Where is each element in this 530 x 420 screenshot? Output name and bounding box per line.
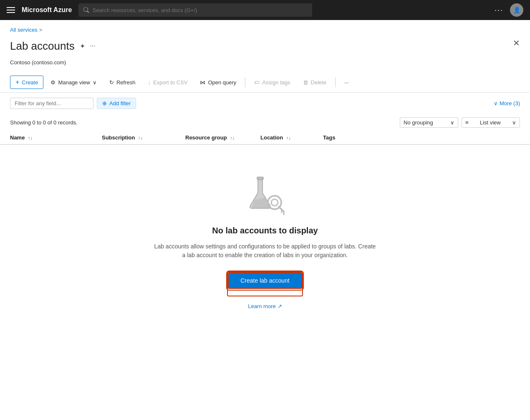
- learn-more-link[interactable]: Learn more ↗: [248, 303, 282, 309]
- breadcrumb-all-services[interactable]: All services: [10, 27, 38, 33]
- create-button[interactable]: + Create: [10, 76, 43, 89]
- col-header-subscription[interactable]: Subscription ↑↓: [102, 134, 185, 141]
- subscription-sort-icon: ↑↓: [138, 135, 143, 140]
- page-title: Lab accounts: [10, 40, 75, 53]
- avatar[interactable]: 👤: [510, 3, 523, 17]
- search-icon: [83, 7, 89, 13]
- header-more-dots[interactable]: ···: [90, 42, 96, 50]
- filter-icon: ⊕: [102, 100, 107, 106]
- view-controls: No grouping ∨ ≡ List view ∨: [400, 117, 520, 128]
- more-filters-button[interactable]: ∨ More (3): [494, 100, 520, 106]
- delete-icon: 🗑: [303, 79, 308, 86]
- refresh-label: Refresh: [116, 79, 136, 86]
- refresh-button[interactable]: ↻ Refresh: [104, 76, 141, 89]
- records-row: Showing 0 to 0 of 0 records. No grouping…: [0, 114, 530, 131]
- toolbar-divider: [245, 77, 245, 87]
- view-label: List view: [480, 119, 501, 126]
- add-filter-button[interactable]: ⊕ Add filter: [97, 98, 136, 109]
- delete-button[interactable]: 🗑 Delete: [298, 76, 332, 89]
- more-filters-label: More (3): [500, 100, 520, 106]
- query-icon: ⋈: [200, 79, 205, 86]
- assign-tags-label: Assign tags: [262, 79, 290, 86]
- external-link-icon: ↗: [278, 303, 282, 309]
- header-action-icons: ✦ ···: [80, 42, 96, 50]
- more-chevron-icon: ∨: [494, 100, 500, 106]
- location-sort-icon: ↑↓: [286, 135, 291, 140]
- grouping-chevron-icon: ∨: [450, 119, 454, 126]
- tag-icon: 🏷: [254, 79, 260, 86]
- toolbar-divider-2: [335, 77, 336, 87]
- page-header: Lab accounts ✦ ··· ✕: [0, 36, 530, 59]
- toolbar-more-dots: ···: [344, 79, 349, 86]
- list-icon: ≡: [465, 119, 469, 126]
- open-query-button[interactable]: ⋈ Open query: [194, 76, 242, 89]
- gear-icon: ⚙: [50, 79, 56, 86]
- hamburger-menu[interactable]: [7, 7, 15, 13]
- name-sort-icon: ↑↓: [28, 135, 33, 140]
- add-filter-label: Add filter: [109, 100, 131, 106]
- empty-state-icon: [242, 170, 288, 216]
- main-content: All services > Lab accounts ✦ ··· ✕ Cont…: [0, 20, 530, 420]
- svg-point-2: [271, 199, 278, 206]
- export-csv-label: Export to CSV: [153, 79, 187, 86]
- create-label: Create: [22, 79, 38, 86]
- export-csv-button[interactable]: ↓ Export to CSV: [143, 76, 193, 89]
- search-input[interactable]: [93, 7, 308, 13]
- table-header: Name ↑↓ Subscription ↑↓ Resource group ↑…: [0, 131, 530, 145]
- search-bar[interactable]: [78, 3, 312, 17]
- download-icon: ↓: [148, 79, 151, 86]
- brand-name: Microsoft Azure: [22, 6, 72, 14]
- create-lab-account-button[interactable]: Create lab account: [228, 272, 302, 289]
- open-query-label: Open query: [208, 79, 236, 86]
- filter-bar: ⊕ Add filter ∨ More (3): [0, 93, 530, 114]
- svg-rect-0: [257, 177, 263, 180]
- breadcrumb-separator: >: [39, 27, 43, 33]
- toolbar-more-button[interactable]: ···: [339, 76, 354, 89]
- col-header-resource-group[interactable]: Resource group ↑↓: [185, 134, 260, 141]
- top-nav: Microsoft Azure ··· 👤: [0, 0, 530, 20]
- refresh-icon: ↻: [109, 79, 114, 86]
- page-subtitle: Contoso (contoso.com): [0, 59, 530, 72]
- nav-right: ··· 👤: [495, 3, 523, 17]
- col-header-location[interactable]: Location ↑↓: [260, 134, 323, 141]
- empty-state: No lab accounts to display Lab accounts …: [0, 145, 530, 326]
- records-count: Showing 0 to 0 of 0 records.: [10, 119, 78, 126]
- empty-state-description: Lab accounts allow settings and configur…: [152, 242, 378, 260]
- breadcrumb: All services >: [0, 20, 530, 36]
- delete-label: Delete: [311, 79, 327, 86]
- filter-input[interactable]: [10, 98, 93, 109]
- resource-group-sort-icon: ↑↓: [230, 135, 235, 140]
- manage-view-label: Manage view: [58, 79, 90, 86]
- manage-view-button[interactable]: ⚙ Manage view ∨: [45, 76, 102, 89]
- create-lab-button-wrapper: Create lab account: [227, 271, 303, 296]
- close-button[interactable]: ✕: [513, 38, 520, 48]
- grouping-label: No grouping: [404, 119, 433, 126]
- learn-more-label: Learn more: [248, 303, 275, 309]
- view-chevron-icon: ∨: [512, 119, 516, 126]
- grouping-select[interactable]: No grouping ∨: [400, 117, 458, 128]
- nav-settings-dots[interactable]: ···: [495, 6, 503, 15]
- view-select[interactable]: ≡ List view ∨: [462, 117, 520, 128]
- assign-tags-button[interactable]: 🏷 Assign tags: [249, 76, 295, 89]
- plus-icon: +: [15, 78, 19, 86]
- manage-view-chevron: ∨: [93, 79, 97, 86]
- col-header-name[interactable]: Name ↑↓: [10, 134, 102, 141]
- col-header-tags: Tags: [323, 134, 520, 141]
- pin-icon[interactable]: ✦: [80, 42, 85, 50]
- toolbar: + Create ⚙ Manage view ∨ ↻ Refresh ↓ Exp…: [0, 72, 530, 93]
- empty-state-title: No lab accounts to display: [212, 226, 318, 235]
